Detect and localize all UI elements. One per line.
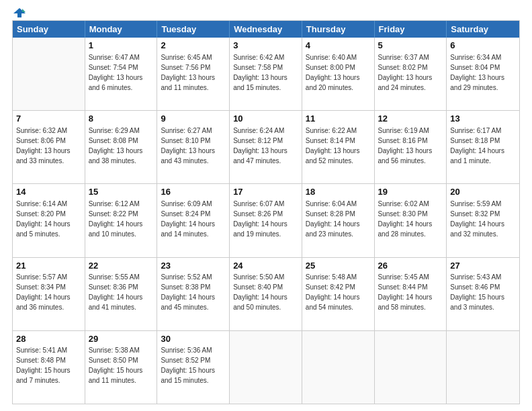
cell-info: Sunrise: 5:59 AMSunset: 8:32 PMDaylight:… — [450, 200, 504, 238]
logo-bird-icon — [13, 7, 26, 19]
cell-info: Sunrise: 6:27 AMSunset: 8:10 PMDaylight:… — [161, 127, 215, 165]
calendar: SundayMondayTuesdayWednesdayThursdayFrid… — [12, 20, 520, 404]
cell-info: Sunrise: 6:37 AMSunset: 8:02 PMDaylight:… — [378, 54, 433, 91]
calendar-cell: 1Sunrise: 6:47 AMSunset: 7:54 PMDaylight… — [85, 38, 158, 110]
cell-info: Sunrise: 6:42 AMSunset: 7:58 PMDaylight:… — [233, 54, 287, 91]
calendar-header-cell: Sunday — [13, 21, 85, 38]
day-number: 29 — [89, 333, 154, 345]
day-number: 11 — [306, 113, 371, 125]
cell-info: Sunrise: 5:38 AMSunset: 8:50 PMDaylight:… — [89, 347, 143, 384]
calendar-cell: 15Sunrise: 6:12 AMSunset: 8:22 PMDayligh… — [85, 184, 158, 257]
calendar-cell: 3Sunrise: 6:42 AMSunset: 7:58 PMDaylight… — [230, 38, 302, 110]
calendar-body: 1Sunrise: 6:47 AMSunset: 7:54 PMDaylight… — [13, 38, 519, 404]
calendar-cell: 7Sunrise: 6:32 AMSunset: 8:06 PMDaylight… — [13, 111, 85, 183]
calendar-header: SundayMondayTuesdayWednesdayThursdayFrid… — [13, 21, 519, 38]
day-number: 8 — [89, 113, 154, 125]
svg-marker-0 — [13, 8, 26, 17]
cell-info: Sunrise: 6:47 AMSunset: 7:54 PMDaylight:… — [89, 54, 143, 91]
day-number: 20 — [450, 186, 516, 198]
day-number: 10 — [233, 113, 298, 125]
calendar-header-cell: Saturday — [447, 21, 519, 38]
calendar-cell — [447, 331, 519, 404]
cell-info: Sunrise: 6:22 AMSunset: 8:14 PMDaylight:… — [306, 127, 360, 165]
cell-info: Sunrise: 6:14 AMSunset: 8:20 PMDaylight:… — [16, 200, 71, 238]
calendar-cell: 6Sunrise: 6:34 AMSunset: 8:04 PMDaylight… — [447, 38, 519, 110]
cell-info: Sunrise: 5:43 AMSunset: 8:46 PMDaylight:… — [450, 273, 504, 311]
header — [12, 7, 520, 16]
cell-info: Sunrise: 6:07 AMSunset: 8:26 PMDaylight:… — [233, 200, 287, 238]
calendar-cell: 26Sunrise: 5:45 AMSunset: 8:44 PMDayligh… — [375, 258, 447, 330]
cell-info: Sunrise: 6:19 AMSunset: 8:16 PMDaylight:… — [378, 127, 433, 165]
calendar-cell — [13, 38, 85, 110]
cell-info: Sunrise: 5:50 AMSunset: 8:40 PMDaylight:… — [233, 273, 287, 311]
day-number: 15 — [89, 186, 154, 198]
calendar-cell: 9Sunrise: 6:27 AMSunset: 8:10 PMDaylight… — [157, 111, 230, 183]
logo — [12, 7, 26, 16]
day-number: 30 — [161, 333, 226, 345]
day-number: 16 — [161, 186, 226, 198]
calendar-cell: 21Sunrise: 5:57 AMSunset: 8:34 PMDayligh… — [13, 258, 85, 330]
calendar-cell: 16Sunrise: 6:09 AMSunset: 8:24 PMDayligh… — [157, 184, 230, 257]
day-number: 19 — [378, 186, 443, 198]
calendar-cell: 4Sunrise: 6:40 AMSunset: 8:00 PMDaylight… — [302, 38, 375, 110]
calendar-header-cell: Thursday — [302, 21, 375, 38]
day-number: 22 — [89, 260, 154, 272]
day-number: 26 — [378, 260, 443, 272]
day-number: 17 — [233, 186, 298, 198]
day-number: 4 — [306, 40, 371, 52]
day-number: 3 — [233, 40, 298, 52]
calendar-row: 14Sunrise: 6:14 AMSunset: 8:20 PMDayligh… — [13, 184, 519, 257]
calendar-cell: 2Sunrise: 6:45 AMSunset: 7:56 PMDaylight… — [157, 38, 230, 110]
calendar-header-cell: Friday — [375, 21, 447, 38]
cell-info: Sunrise: 6:34 AMSunset: 8:04 PMDaylight:… — [450, 54, 504, 91]
calendar-row: 28Sunrise: 5:41 AMSunset: 8:48 PMDayligh… — [13, 331, 519, 404]
calendar-cell: 17Sunrise: 6:07 AMSunset: 8:26 PMDayligh… — [230, 184, 302, 257]
cell-info: Sunrise: 5:36 AMSunset: 8:52 PMDaylight:… — [161, 347, 215, 384]
calendar-header-cell: Monday — [85, 21, 158, 38]
calendar-cell: 14Sunrise: 6:14 AMSunset: 8:20 PMDayligh… — [13, 184, 85, 257]
calendar-cell: 28Sunrise: 5:41 AMSunset: 8:48 PMDayligh… — [13, 331, 85, 404]
calendar-cell — [302, 331, 375, 404]
day-number: 27 — [450, 260, 516, 272]
day-number: 1 — [89, 40, 154, 52]
calendar-row: 21Sunrise: 5:57 AMSunset: 8:34 PMDayligh… — [13, 258, 519, 331]
day-number: 6 — [450, 40, 516, 52]
day-number: 2 — [161, 40, 226, 52]
day-number: 7 — [16, 113, 81, 125]
calendar-cell: 25Sunrise: 5:48 AMSunset: 8:42 PMDayligh… — [302, 258, 375, 330]
day-number: 28 — [16, 333, 81, 345]
day-number: 23 — [161, 260, 226, 272]
page: SundayMondayTuesdayWednesdayThursdayFrid… — [0, 0, 532, 411]
cell-info: Sunrise: 5:41 AMSunset: 8:48 PMDaylight:… — [16, 347, 71, 384]
calendar-header-cell: Wednesday — [230, 21, 302, 38]
calendar-cell: 19Sunrise: 6:02 AMSunset: 8:30 PMDayligh… — [375, 184, 447, 257]
cell-info: Sunrise: 6:04 AMSunset: 8:28 PMDaylight:… — [306, 200, 360, 238]
cell-info: Sunrise: 6:17 AMSunset: 8:18 PMDaylight:… — [450, 127, 504, 165]
calendar-row: 1Sunrise: 6:47 AMSunset: 7:54 PMDaylight… — [13, 38, 519, 111]
day-number: 14 — [16, 186, 81, 198]
calendar-cell: 13Sunrise: 6:17 AMSunset: 8:18 PMDayligh… — [447, 111, 519, 183]
cell-info: Sunrise: 5:52 AMSunset: 8:38 PMDaylight:… — [161, 273, 215, 311]
day-number: 12 — [378, 113, 443, 125]
calendar-cell: 12Sunrise: 6:19 AMSunset: 8:16 PMDayligh… — [375, 111, 447, 183]
day-number: 13 — [450, 113, 516, 125]
cell-info: Sunrise: 6:12 AMSunset: 8:22 PMDaylight:… — [89, 200, 143, 238]
cell-info: Sunrise: 6:40 AMSunset: 8:00 PMDaylight:… — [306, 54, 360, 91]
calendar-cell — [230, 331, 302, 404]
cell-info: Sunrise: 5:57 AMSunset: 8:34 PMDaylight:… — [16, 273, 71, 311]
calendar-cell: 5Sunrise: 6:37 AMSunset: 8:02 PMDaylight… — [375, 38, 447, 110]
day-number: 21 — [16, 260, 81, 272]
calendar-cell: 22Sunrise: 5:55 AMSunset: 8:36 PMDayligh… — [85, 258, 158, 330]
cell-info: Sunrise: 6:32 AMSunset: 8:06 PMDaylight:… — [16, 127, 71, 165]
cell-info: Sunrise: 5:45 AMSunset: 8:44 PMDaylight:… — [378, 273, 433, 311]
calendar-cell: 20Sunrise: 5:59 AMSunset: 8:32 PMDayligh… — [447, 184, 519, 257]
calendar-cell: 23Sunrise: 5:52 AMSunset: 8:38 PMDayligh… — [157, 258, 230, 330]
svg-marker-1 — [22, 9, 26, 12]
day-number: 5 — [378, 40, 443, 52]
calendar-cell — [375, 331, 447, 404]
calendar-row: 7Sunrise: 6:32 AMSunset: 8:06 PMDaylight… — [13, 111, 519, 184]
calendar-header-cell: Tuesday — [157, 21, 230, 38]
cell-info: Sunrise: 6:29 AMSunset: 8:08 PMDaylight:… — [89, 127, 143, 165]
cell-info: Sunrise: 6:02 AMSunset: 8:30 PMDaylight:… — [378, 200, 433, 238]
calendar-cell: 11Sunrise: 6:22 AMSunset: 8:14 PMDayligh… — [302, 111, 375, 183]
